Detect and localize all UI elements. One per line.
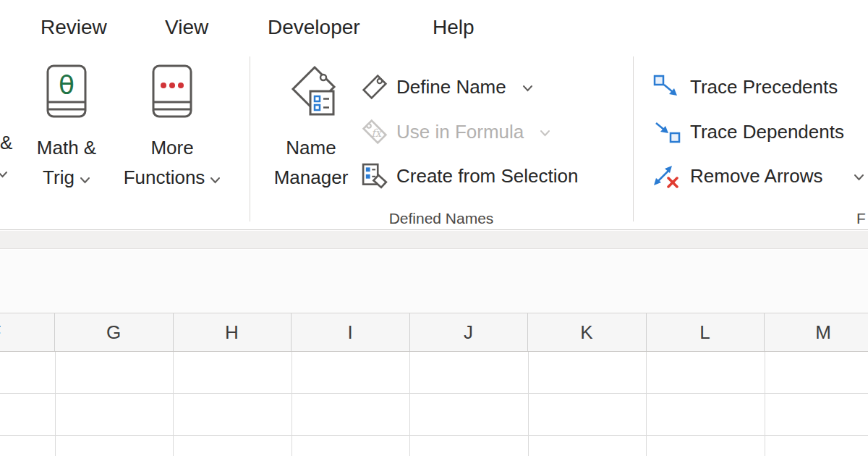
more-functions-button[interactable]: More Functions bbox=[122, 61, 223, 197]
formula-auditing-group-label-partial: F bbox=[856, 210, 868, 227]
use-in-formula-label: Use in Formula bbox=[396, 121, 524, 143]
group-separator bbox=[633, 56, 634, 221]
chevron-down-icon[interactable] bbox=[854, 164, 864, 186]
create-from-selection-button[interactable]: Create from Selection bbox=[362, 160, 578, 192]
math-trig-button[interactable]: θ Math & Trig bbox=[20, 61, 113, 197]
use-in-formula-fx-icon: fx bbox=[362, 119, 388, 145]
create-from-selection-label: Create from Selection bbox=[396, 165, 578, 187]
use-in-formula-button: fx Use in Formula bbox=[362, 116, 550, 148]
column-header-i[interactable]: I bbox=[292, 313, 410, 352]
gridline-horizontal bbox=[0, 393, 868, 394]
worksheet-grid[interactable]: F G H I J K L M bbox=[0, 313, 868, 456]
ribbon-tab-row: Review View Developer Help bbox=[0, 0, 868, 51]
formula-bar-area bbox=[0, 250, 868, 313]
column-header-l[interactable]: L bbox=[646, 313, 765, 352]
chevron-down-icon[interactable] bbox=[80, 163, 90, 193]
chevron-down-icon bbox=[540, 119, 550, 142]
name-manager-label: Name Manager bbox=[273, 133, 349, 193]
gridline-vertical bbox=[765, 352, 765, 456]
name-manager-button[interactable]: Name Manager bbox=[273, 61, 349, 197]
gridline-vertical bbox=[528, 352, 529, 456]
column-header-h[interactable]: H bbox=[173, 313, 292, 352]
tab-view[interactable]: View bbox=[165, 16, 208, 39]
column-header-j[interactable]: J bbox=[409, 313, 528, 352]
chevron-down-icon[interactable] bbox=[522, 75, 533, 97]
trace-precedents-button[interactable]: Trace Precedents bbox=[652, 71, 838, 103]
gridline-vertical bbox=[55, 352, 56, 456]
math-trig-book-icon: θ bbox=[46, 64, 88, 122]
column-header-row: F G H I J K L M bbox=[0, 313, 868, 352]
column-header-k[interactable]: K bbox=[528, 313, 647, 352]
more-functions-label: More Functions bbox=[122, 133, 223, 193]
ribbon: & θ Math & Trig bbox=[0, 51, 868, 230]
column-header-g[interactable]: G bbox=[55, 313, 174, 352]
chevron-down-icon[interactable] bbox=[0, 168, 8, 181]
svg-text:fx: fx bbox=[371, 127, 382, 139]
defined-names-group-label: Defined Names bbox=[250, 210, 633, 227]
group-separator bbox=[250, 56, 250, 221]
math-trig-label: Math & Trig bbox=[20, 133, 113, 193]
chevron-down-icon[interactable] bbox=[210, 163, 221, 193]
remove-arrows-button[interactable]: Remove Arrows bbox=[651, 160, 864, 192]
column-header-m[interactable]: M bbox=[765, 313, 868, 352]
tab-help[interactable]: Help bbox=[433, 16, 475, 39]
trace-dependents-button[interactable]: Trace Dependents bbox=[652, 116, 844, 148]
trace-dependents-label: Trace Dependents bbox=[690, 121, 844, 143]
column-header-f[interactable]: F bbox=[0, 313, 55, 352]
sheet-cells-area[interactable] bbox=[0, 352, 868, 456]
define-name-tag-icon bbox=[362, 74, 388, 100]
trace-precedents-icon bbox=[652, 74, 681, 100]
remove-arrows-label: Remove Arrows bbox=[690, 165, 823, 187]
gridline-horizontal bbox=[0, 435, 868, 436]
gridline-vertical bbox=[646, 352, 647, 456]
define-name-button[interactable]: Define Name bbox=[362, 71, 533, 103]
more-functions-book-icon bbox=[151, 64, 193, 122]
trace-dependents-icon bbox=[652, 119, 681, 145]
gridline-vertical bbox=[292, 352, 292, 456]
clipped-ribbon-button-label[interactable]: & bbox=[0, 132, 12, 154]
svg-text:θ: θ bbox=[59, 70, 75, 100]
tab-review[interactable]: Review bbox=[41, 16, 107, 39]
tab-developer[interactable]: Developer bbox=[268, 16, 360, 39]
define-name-label: Define Name bbox=[396, 76, 506, 98]
gridline-vertical bbox=[173, 352, 174, 456]
create-from-selection-icon bbox=[362, 163, 388, 189]
trace-precedents-label: Trace Precedents bbox=[690, 76, 838, 98]
ribbon-bottom-strip bbox=[0, 231, 868, 249]
remove-arrows-icon bbox=[651, 162, 681, 190]
gridline-vertical bbox=[409, 352, 410, 456]
excel-window: Review View Developer Help & θ Math & bbox=[0, 0, 868, 456]
name-manager-icon bbox=[284, 64, 338, 122]
